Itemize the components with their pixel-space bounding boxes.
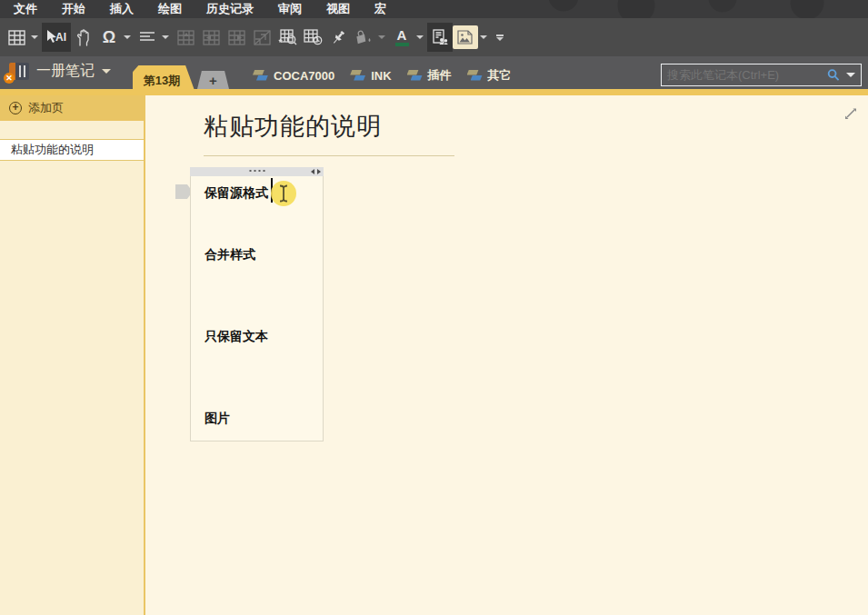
page-title[interactable]: 粘贴功能的说明 [204,110,382,143]
page-item-title: 粘贴功能的说明 [11,142,94,158]
notebook-icon: ✕ [9,63,29,80]
plus-circle-icon: + [9,102,22,114]
font-color-dropdown[interactable] [416,35,424,39]
section-group-coca7000[interactable]: COCA7000 [253,69,334,83]
picture-dropdown[interactable] [480,35,487,39]
table-recent-icon [304,29,323,45]
title-underline [204,155,454,156]
font-color-bar [395,43,409,46]
section-group-plugins[interactable]: 插件 [407,67,452,84]
table-insert-right-button[interactable] [224,23,249,52]
section-group-icon [467,70,483,82]
notebook-tab-bar: ✕ 一册笔记 第13期 + COCA7000 INK 插件 [0,56,868,95]
pin-icon [331,29,346,45]
new-section-label: + [209,73,217,88]
table-button[interactable] [4,23,29,52]
menu-insert[interactable]: 插入 [110,1,134,17]
ibeam-cursor-icon [278,184,289,203]
type-select-icon: AI [45,29,68,45]
section-group-icon [350,70,365,82]
section-group-ink[interactable]: INK [350,69,391,83]
table-insert-above-button[interactable] [173,23,198,52]
note-text-line[interactable]: 保留源格式 [205,185,268,202]
menu-history[interactable]: 历史记录 [206,1,254,17]
section-groups: COCA7000 INK 插件 其它 [253,67,512,84]
note-text-line[interactable]: 图片 [205,411,230,427]
table-insert-left-icon [203,30,220,45]
pan-button[interactable] [71,23,96,52]
notebook-title: 一册笔记 [36,62,95,81]
onenote-window: 文件 开始 插入 绘图 历史记录 审阅 视图 宏 AI Ω [0,0,868,615]
align-button[interactable] [135,23,160,52]
section-group-other[interactable]: 其它 [467,67,512,84]
table-find-button[interactable] [274,23,300,52]
menu-view[interactable]: 视图 [326,1,350,17]
section-group-label: 其它 [488,67,512,84]
pin-button[interactable] [325,23,351,52]
svg-text:AI: AI [55,31,66,44]
note-container-handle[interactable] [190,167,324,176]
search-input[interactable] [667,68,827,82]
section-group-label: INK [371,69,391,83]
note-text-line[interactable]: 只保留文本 [205,329,268,345]
search-scope-dropdown-icon[interactable] [846,73,855,77]
type-select-button[interactable]: AI [42,23,71,52]
toolbar-more-icon[interactable] [496,35,504,41]
omega-symbol-icon: Ω [103,29,115,45]
menu-draw[interactable]: 绘图 [158,1,182,17]
section-tab-active[interactable]: 第13期 [133,65,196,95]
section-group-label: 插件 [428,67,452,84]
section-group-label: COCA7000 [274,69,334,83]
mouse-cursor-highlight [271,181,296,206]
search-icon[interactable] [827,68,840,82]
picture-button[interactable] [453,25,478,49]
table-recent-button[interactable] [300,23,325,52]
page-sharing-icon [431,29,449,46]
menu-file[interactable]: 文件 [14,1,37,17]
section-tab-label: 第13期 [142,73,187,89]
table-insert-right-icon [228,30,245,45]
expand-page-icon[interactable] [843,106,858,121]
notebook-dropdown-icon [102,69,111,74]
page-list-item-selected[interactable]: 粘贴功能的说明 [0,139,144,161]
menu-bar: 文件 开始 插入 绘图 历史记录 审阅 视图 宏 [0,0,868,18]
page-canvas[interactable]: 粘贴功能的说明 保留源格式 合并样式 只保留文本 图片 [145,95,868,615]
sync-error-badge: ✕ [4,73,15,84]
section-group-icon [253,70,268,82]
note-text-line[interactable]: 合并样式 [205,247,255,263]
fill-color-button[interactable] [351,23,376,52]
section-group-icon [407,70,423,82]
fill-color-icon [354,30,373,45]
symbol-dropdown[interactable] [124,35,131,39]
table-insert-left-button[interactable] [198,23,224,52]
pan-hand-icon [75,29,92,46]
table-diagonal-icon [254,30,271,45]
symbol-button[interactable]: Ω [96,23,122,52]
notebook-search[interactable] [661,64,862,86]
note-container[interactable]: 保留源格式 合并样式 只保留文本 图片 [190,167,324,441]
menu-home[interactable]: 开始 [62,1,85,17]
add-page-button[interactable]: + 添加页 [0,95,144,121]
resize-arrows-icon[interactable] [311,169,321,174]
fill-color-dropdown[interactable] [378,35,385,39]
align-icon [139,31,155,44]
add-page-label: 添加页 [28,100,64,116]
table-dropdown[interactable] [31,35,38,39]
table-diagonal-button[interactable] [249,23,274,52]
font-color-icon: A [395,28,409,46]
align-dropdown[interactable] [162,35,169,39]
new-section-tab[interactable]: + [197,71,229,89]
table-icon [8,30,25,45]
page-list-sidebar: + 添加页 粘贴功能的说明 [0,95,145,615]
drag-dots-icon [249,170,264,172]
table-find-icon [278,29,297,45]
notebook-switcher[interactable]: ✕ 一册笔记 [9,62,111,81]
workspace: + 添加页 粘贴功能的说明 粘贴功能的说明 保留源格式 合并样式 只保留文本 图… [0,95,868,615]
menu-macro[interactable]: 宏 [374,1,386,17]
font-color-button[interactable]: A [389,23,414,52]
picture-icon [456,29,474,45]
page-sharing-button[interactable] [427,23,453,52]
quick-toolbar: AI Ω [0,18,868,56]
menu-review[interactable]: 审阅 [278,1,302,17]
active-section-strip [0,89,868,95]
